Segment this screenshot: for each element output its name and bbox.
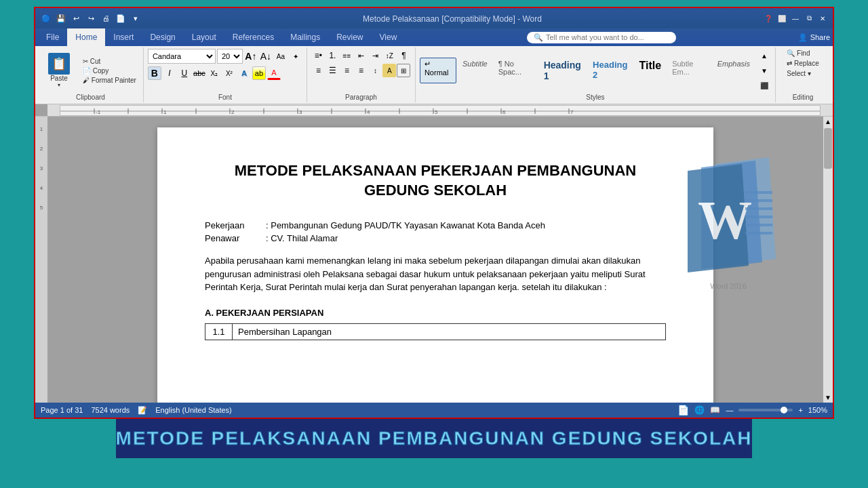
save2-icon[interactable]: 📄 (115, 13, 126, 24)
view-print[interactable]: 📄 (677, 405, 689, 415)
superscript-btn[interactable]: X² (222, 66, 236, 80)
tab-home[interactable]: Home (67, 28, 105, 46)
word-watermark: W Word 2016 (660, 150, 796, 286)
editing-group: 🔍 Find ⇄ Replace Select ▾ Editing (776, 47, 830, 102)
font-size-select[interactable]: 20 (217, 49, 243, 64)
multilevel-btn[interactable]: ≡≡ (340, 49, 353, 62)
paste-icon: 📋 (48, 53, 70, 75)
search-input[interactable] (546, 33, 669, 41)
view-web[interactable]: 🌐 (694, 405, 705, 415)
menu-icon[interactable]: ▾ (130, 13, 141, 24)
style-heading1[interactable]: Heading 1 (539, 58, 587, 83)
print-icon[interactable]: 🖨 (100, 13, 111, 24)
underline-button[interactable]: U (178, 66, 191, 80)
numbering-btn[interactable]: 1. (326, 49, 339, 62)
tab-view[interactable]: View (372, 28, 406, 46)
clear-format-btn[interactable]: ✦ (289, 49, 302, 63)
format-painter-button[interactable]: 🖌 Format Painter (80, 76, 139, 85)
sort-btn[interactable]: ↕Z (382, 49, 396, 62)
scroll-thumb[interactable] (824, 128, 832, 169)
styles-scroll-up[interactable]: ▲ (757, 49, 771, 62)
justify-btn[interactable]: ≡ (354, 64, 368, 77)
penawar-label: Penawar (205, 233, 266, 243)
tab-design[interactable]: Design (142, 28, 183, 46)
font-family-select[interactable]: Candara (148, 49, 216, 64)
font-case-btn[interactable]: Aa (274, 49, 288, 63)
ruler: -1 1 2 3 4 5 6 7 (35, 104, 833, 117)
svg-text:2: 2 (231, 109, 235, 115)
borders-btn[interactable]: ⊞ (397, 64, 410, 77)
undo-icon[interactable]: ↩ (71, 13, 81, 24)
document-meta: Pekerjaan : Pembangunan Gedung PAUD/TK Y… (205, 220, 666, 243)
increase-indent-btn[interactable]: ⇥ (368, 49, 382, 62)
style-heading2[interactable]: Heading 2 (588, 58, 633, 83)
scroll-up-btn[interactable]: ▲ (823, 117, 833, 127)
increase-font-btn[interactable]: A↑ (244, 49, 258, 63)
document-page[interactable]: METODE PELAKSANAAN PEKERJAAN PEMBANGUNAN… (157, 127, 713, 403)
tab-review[interactable]: Review (328, 28, 371, 46)
align-left-btn[interactable]: ≡ (311, 64, 325, 77)
select-button[interactable]: Select ▾ (784, 69, 814, 78)
styles-expand[interactable]: ⬛ (757, 79, 771, 92)
view-read[interactable]: 📖 (710, 405, 720, 415)
bold-button[interactable]: B (148, 66, 161, 80)
vertical-ruler: 1 2 3 4 5 (35, 117, 47, 403)
copy-button[interactable]: 📄 Copy (80, 66, 139, 75)
styles-scroll-down[interactable]: ▼ (757, 64, 771, 77)
svg-text:1: 1 (163, 109, 167, 115)
style-emphasis[interactable]: Emphasis (713, 58, 755, 83)
show-para-btn[interactable]: ¶ (397, 49, 410, 62)
zoom-slider[interactable] (738, 409, 793, 411)
main-content: 1 2 3 4 5 METODE PELAKSANAAN PEKERJAAN P… (35, 117, 833, 403)
tab-mailings[interactable]: Mailings (282, 28, 328, 46)
pekerjaan-label: Pekerjaan (205, 220, 266, 230)
scroll-down-btn[interactable]: ▼ (823, 392, 833, 403)
status-bar: Page 1 of 31 7524 words 📝 English (Unite… (35, 403, 833, 418)
save-icon[interactable]: 💾 (56, 13, 66, 24)
tab-references[interactable]: References (224, 28, 282, 46)
zoom-minus[interactable]: — (726, 406, 733, 414)
row-number: 1.1 (205, 323, 233, 340)
align-right-btn[interactable]: ≡ (340, 64, 353, 77)
style-subtle-emphasis[interactable]: Subtle Em... (667, 58, 711, 83)
decrease-indent-btn[interactable]: ⇤ (354, 49, 368, 62)
table-row: 1.1 Pembersihan Lapangan (205, 323, 666, 340)
decrease-font-btn[interactable]: A↓ (259, 49, 273, 63)
document-body: Apabila perusahaan kami memenangkan lela… (205, 254, 666, 294)
subscript-btn[interactable]: X₂ (208, 66, 221, 80)
restore-btn[interactable]: ⧉ (804, 14, 814, 23)
close-btn[interactable]: ✕ (818, 14, 827, 23)
style-no-spacing[interactable]: ¶ No Spac... (494, 58, 538, 83)
tab-file[interactable]: File (38, 28, 67, 46)
text-effect-btn[interactable]: A (237, 66, 251, 80)
cut-button[interactable]: ✂ Cut (80, 57, 139, 66)
tab-insert[interactable]: Insert (105, 28, 142, 46)
italic-button[interactable]: I (163, 66, 176, 80)
svg-rect-28 (745, 191, 772, 194)
style-normal[interactable]: ↵ Normal (420, 58, 456, 83)
scrollbar[interactable]: ▲ ▼ (823, 117, 833, 403)
style-title[interactable]: Title (635, 58, 667, 83)
svg-rect-32 (745, 224, 772, 226)
font-color-btn[interactable]: A (267, 66, 281, 80)
bullets-btn[interactable]: ≡• (311, 49, 325, 62)
text-highlight-btn[interactable]: ab (252, 66, 266, 80)
redo-icon[interactable]: ↪ (85, 13, 96, 24)
ribbon-toggle[interactable]: ⬜ (777, 14, 787, 23)
paste-button[interactable]: 📋 Paste ▾ (42, 49, 76, 92)
style-subtitle[interactable]: Subtitle (458, 58, 492, 83)
strikethrough-btn[interactable]: abc (193, 66, 206, 80)
status-right: 📄 🌐 📖 — + 150% (677, 405, 827, 415)
zoom-plus[interactable]: + (798, 406, 802, 414)
shading-btn[interactable]: A (382, 64, 396, 77)
svg-text:W: W (698, 190, 752, 250)
minimize-btn[interactable]: — (791, 14, 800, 23)
help-btn[interactable]: ❓ (764, 14, 773, 23)
share-btn[interactable]: 👤 Share (798, 33, 830, 42)
tab-layout[interactable]: Layout (184, 28, 224, 46)
replace-button[interactable]: ⇄ Replace (784, 59, 821, 68)
editing-group-label: Editing (793, 94, 814, 101)
line-spacing-btn[interactable]: ↕ (368, 64, 382, 77)
find-button[interactable]: 🔍 Find (784, 49, 812, 58)
align-center-btn[interactable]: ☰ (326, 64, 339, 77)
